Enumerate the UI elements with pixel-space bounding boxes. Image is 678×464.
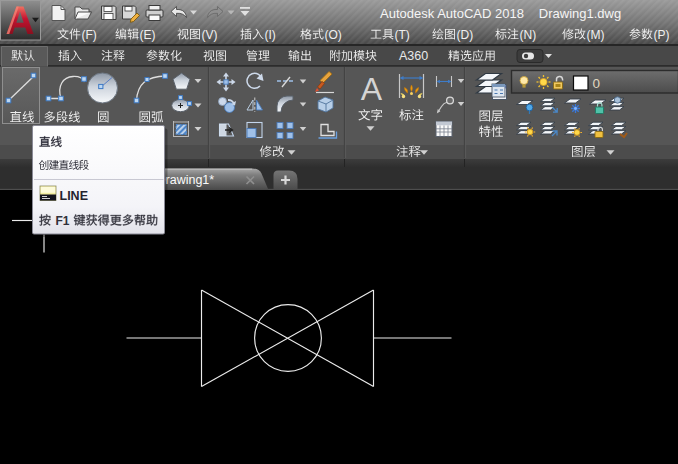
svg-text:(D): (D): [457, 28, 474, 42]
svg-text:Drawing1.dwg: Drawing1.dwg: [539, 6, 621, 21]
svg-text:(V): (V): [202, 28, 218, 42]
svg-text:LINE: LINE: [60, 189, 88, 203]
svg-text:(E): (E): [140, 28, 156, 42]
svg-text:(T): (T): [395, 28, 410, 42]
svg-text:(O): (O): [325, 28, 342, 42]
svg-text:A360: A360: [399, 49, 428, 63]
svg-text:F1: F1: [56, 214, 70, 228]
svg-text:(I): (I): [265, 28, 276, 42]
svg-text:(F): (F): [82, 28, 97, 42]
svg-text:Autodesk AutoCAD 2018: Autodesk AutoCAD 2018: [380, 6, 524, 21]
svg-text:(N): (N): [520, 28, 537, 42]
svg-text:(P): (P): [654, 28, 670, 42]
svg-text:(M): (M): [587, 28, 605, 42]
svg-text:A: A: [361, 71, 383, 107]
svg-text:0: 0: [593, 76, 601, 91]
